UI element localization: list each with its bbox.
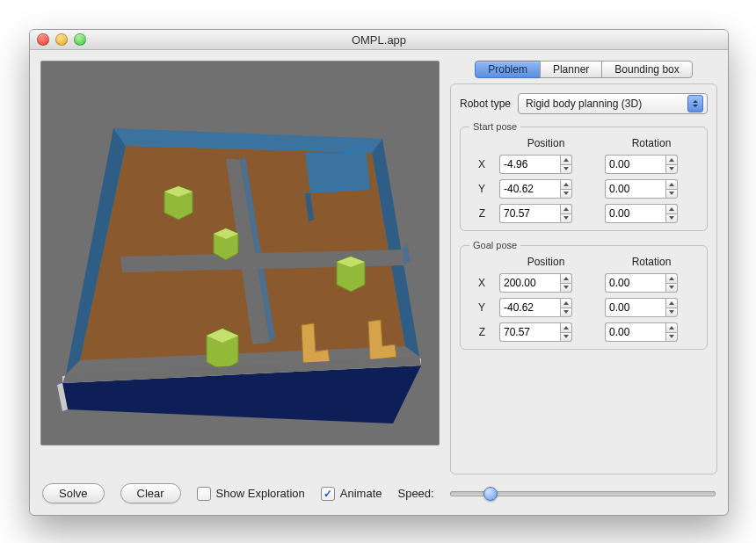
tab-bar: Problem Planner Bounding box xyxy=(450,61,717,78)
axis-x: X xyxy=(469,158,487,170)
step-up-icon[interactable] xyxy=(665,179,678,189)
goal-y-rotation[interactable] xyxy=(605,298,698,317)
side-panel: Problem Planner Bounding box Robot type … xyxy=(450,61,717,474)
step-down-icon[interactable] xyxy=(560,164,572,175)
step-down-icon[interactable] xyxy=(665,189,678,199)
bottom-toolbar: Solve Clear Show Exploration ✓ Animate S… xyxy=(30,478,728,516)
speed-slider[interactable] xyxy=(450,491,716,496)
start-pose-legend: Start pose xyxy=(469,121,520,132)
window-controls xyxy=(37,33,86,46)
step-up-icon[interactable] xyxy=(560,298,572,308)
robot-type-value: Rigid body planning (3D) xyxy=(526,98,642,110)
start-y-rotation[interactable] xyxy=(605,179,698,199)
step-up-icon[interactable] xyxy=(665,273,678,283)
step-up-icon[interactable] xyxy=(560,322,572,332)
step-up-icon[interactable] xyxy=(560,155,572,164)
goal-x-position-input[interactable] xyxy=(499,273,560,293)
titlebar: OMPL.app xyxy=(30,30,728,50)
step-down-icon[interactable] xyxy=(560,214,572,224)
solve-button[interactable]: Solve xyxy=(42,483,105,503)
clear-button[interactable]: Clear xyxy=(120,483,181,503)
step-down-icon[interactable] xyxy=(560,283,572,293)
animate-label: Animate xyxy=(340,487,382,500)
step-up-icon[interactable] xyxy=(665,155,678,164)
goal-y-position[interactable] xyxy=(499,298,592,317)
close-icon[interactable] xyxy=(37,33,49,46)
start-y-position[interactable] xyxy=(499,179,592,199)
dropdown-icon xyxy=(687,95,703,112)
step-down-icon[interactable] xyxy=(560,332,572,343)
axis-z: Z xyxy=(469,326,487,338)
start-pose-group: Start pose Position Rotation X xyxy=(460,121,708,231)
goal-z-rotation-input[interactable] xyxy=(605,322,665,342)
start-z-position[interactable] xyxy=(499,204,592,223)
app-window: OMPL.app xyxy=(29,29,729,516)
axis-z: Z xyxy=(469,207,487,220)
show-exploration-checkbox[interactable]: Show Exploration xyxy=(197,487,305,501)
svg-marker-12 xyxy=(305,153,370,193)
window-title: OMPL.app xyxy=(30,33,728,47)
goal-y-rotation-input[interactable] xyxy=(605,298,665,317)
zoom-icon[interactable] xyxy=(74,33,86,46)
robot-type-select[interactable]: Rigid body planning (3D) xyxy=(518,93,708,114)
goal-x-position[interactable] xyxy=(499,273,592,293)
checkbox-icon: ✓ xyxy=(321,487,335,501)
step-up-icon[interactable] xyxy=(665,322,678,332)
axis-y: Y xyxy=(469,183,487,195)
checkbox-icon xyxy=(197,487,211,501)
start-x-position[interactable] xyxy=(499,155,592,174)
step-up-icon[interactable] xyxy=(560,273,572,283)
step-up-icon[interactable] xyxy=(665,204,678,214)
axis-x: X xyxy=(469,277,487,289)
step-up-icon[interactable] xyxy=(560,179,572,189)
step-down-icon[interactable] xyxy=(665,308,678,318)
start-z-position-input[interactable] xyxy=(499,204,560,223)
goal-z-position-input[interactable] xyxy=(499,322,560,342)
scene-render xyxy=(41,62,439,445)
rotation-header: Rotation xyxy=(605,256,698,268)
start-x-position-input[interactable] xyxy=(499,155,560,174)
axis-y: Y xyxy=(469,301,487,314)
animate-checkbox[interactable]: ✓ Animate xyxy=(321,487,382,501)
goal-pose-group: Goal pose Position Rotation X xyxy=(460,240,708,350)
start-y-rotation-input[interactable] xyxy=(605,179,665,199)
step-down-icon[interactable] xyxy=(665,283,678,293)
step-up-icon[interactable] xyxy=(665,298,678,308)
goal-z-rotation[interactable] xyxy=(605,322,698,342)
minimize-icon[interactable] xyxy=(55,33,68,46)
goal-z-position[interactable] xyxy=(499,322,592,342)
goal-pose-legend: Goal pose xyxy=(469,240,520,250)
tab-problem[interactable]: Problem xyxy=(475,61,541,78)
step-up-icon[interactable] xyxy=(560,204,572,214)
goal-x-rotation[interactable] xyxy=(605,273,698,293)
start-y-position-input[interactable] xyxy=(499,179,560,199)
tab-bounding-box[interactable]: Bounding box xyxy=(601,61,692,78)
step-down-icon[interactable] xyxy=(665,332,678,343)
scene-viewport[interactable] xyxy=(40,61,440,445)
rotation-header: Rotation xyxy=(605,137,698,149)
start-x-rotation[interactable] xyxy=(605,155,698,174)
step-down-icon[interactable] xyxy=(560,189,572,199)
start-z-rotation-input[interactable] xyxy=(605,204,665,223)
show-exploration-label: Show Exploration xyxy=(216,487,305,500)
goal-x-rotation-input[interactable] xyxy=(605,273,665,293)
goal-y-position-input[interactable] xyxy=(499,298,560,317)
tab-planner[interactable]: Planner xyxy=(540,61,602,78)
problem-panel: Robot type Rigid body planning (3D) Star… xyxy=(450,83,717,474)
step-down-icon[interactable] xyxy=(665,214,678,224)
step-down-icon[interactable] xyxy=(560,308,572,318)
speed-label: Speed: xyxy=(397,487,433,500)
position-header: Position xyxy=(499,256,592,268)
step-down-icon[interactable] xyxy=(665,164,678,175)
start-x-rotation-input[interactable] xyxy=(605,155,665,174)
robot-type-label: Robot type xyxy=(460,98,511,110)
start-z-rotation[interactable] xyxy=(605,204,698,223)
position-header: Position xyxy=(499,137,592,149)
